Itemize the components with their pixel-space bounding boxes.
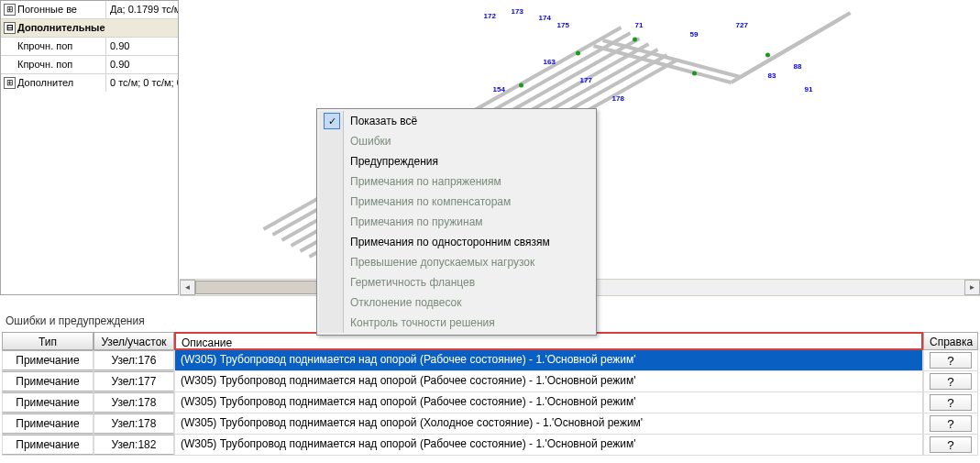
context-menu-item: Ошибки: [319, 131, 594, 151]
svg-text:178: 178: [612, 94, 625, 103]
check-icon: ✓: [324, 113, 340, 129]
prop-value[interactable]: 0 тс/м; 0 тс/м; 0: [106, 74, 178, 92]
prop-row[interactable]: ⊞ Погонные ве Да; 0.1799 тс/м;: [1, 1, 178, 19]
cell-desc: (W305) Трубопровод поднимается над опоро…: [174, 435, 923, 455]
svg-text:71: 71: [635, 21, 644, 29]
table-row[interactable]: ПримечаниеУзел:178(W305) Трубопровод под…: [2, 413, 978, 435]
svg-text:174: 174: [539, 14, 552, 22]
cell-desc: (W305) Трубопровод поднимается над опоро…: [174, 392, 923, 413]
context-menu-item[interactable]: Предупреждения: [319, 151, 594, 171]
cell-desc: (W305) Трубопровод поднимается над опоро…: [174, 371, 923, 391]
cell-type: Примечание: [2, 435, 94, 455]
help-button[interactable]: ?: [930, 394, 972, 411]
cell-node: Узел:178: [94, 413, 174, 434]
prop-row[interactable]: Кпрочн. поп 0.90: [1, 56, 178, 74]
cell-help: ?: [923, 435, 978, 455]
svg-point-15: [576, 51, 580, 56]
prop-label: ⊞ Дополнител: [1, 74, 106, 92]
context-menu-item[interactable]: Примечания по односторонним связям: [319, 232, 594, 252]
context-menu-item: Контроль точности решения: [319, 313, 594, 333]
expand-icon[interactable]: ⊞: [4, 77, 16, 89]
prop-label: Кпрочн. поп: [1, 56, 106, 73]
context-menu-label: Отклонение подвесок: [350, 296, 462, 309]
svg-text:83: 83: [768, 72, 776, 80]
table-row[interactable]: ПримечаниеУзел:178(W305) Трубопровод под…: [2, 392, 978, 413]
cell-type: Примечание: [2, 371, 94, 391]
context-menu-item: Герметичность фланцев: [319, 272, 594, 292]
context-menu-item: Превышение допускаемых нагрузок: [319, 252, 594, 272]
expand-icon[interactable]: ⊞: [4, 4, 16, 16]
svg-text:91: 91: [805, 85, 813, 94]
help-button[interactable]: ?: [930, 436, 972, 453]
prop-value[interactable]: 0.90: [106, 38, 178, 55]
errors-table[interactable]: Тип Узел/участок Описание Справка Примеч…: [2, 332, 978, 461]
cell-help: ?: [923, 371, 978, 391]
cell-help: ?: [923, 392, 978, 413]
context-menu-label: Ошибки: [350, 135, 391, 148]
prop-label: Кпрочн. поп: [1, 38, 106, 55]
prop-row[interactable]: Кпрочн. поп 0.90: [1, 38, 178, 56]
col-help-header[interactable]: Справка: [923, 332, 978, 350]
svg-text:172: 172: [484, 12, 497, 20]
prop-group-row[interactable]: ⊟ Дополнительные: [1, 19, 178, 38]
context-menu-item: Отклонение подвесок: [319, 292, 594, 313]
prop-value[interactable]: 0.90: [106, 56, 178, 73]
context-menu-label: Превышение допускаемых нагрузок: [350, 256, 534, 269]
cell-node: Узел:176: [94, 350, 174, 370]
table-row[interactable]: ПримечаниеУзел:182(W305) Трубопровод под…: [2, 435, 978, 456]
table-row[interactable]: ПримечаниеУзел:177(W305) Трубопровод под…: [2, 371, 978, 392]
col-node-header[interactable]: Узел/участок: [94, 332, 174, 350]
svg-point-18: [765, 53, 770, 58]
context-menu-label: Примечания по компенсаторам: [350, 195, 511, 208]
svg-text:88: 88: [794, 62, 802, 71]
svg-point-16: [633, 38, 637, 42]
svg-text:727: 727: [736, 21, 749, 29]
context-menu-item: Примечания по напряжениям: [319, 171, 594, 192]
scroll-right-icon[interactable]: ►: [964, 280, 980, 295]
cell-type: Примечание: [2, 350, 94, 370]
cell-node: Узел:182: [94, 435, 174, 455]
svg-text:154: 154: [493, 85, 506, 94]
context-menu-label: Герметичность фланцев: [350, 276, 475, 289]
prop-label: ⊞ Погонные ве: [1, 1, 106, 18]
collapse-icon[interactable]: ⊟: [4, 22, 16, 34]
cell-type: Примечание: [2, 413, 94, 434]
context-menu-label: Примечания по пружинам: [350, 215, 483, 228]
cell-desc: (W305) Трубопровод поднимается над опоро…: [174, 413, 923, 434]
col-type-header[interactable]: Тип: [2, 332, 94, 350]
svg-text:175: 175: [557, 21, 570, 29]
help-button[interactable]: ?: [930, 415, 972, 432]
help-button[interactable]: ?: [930, 373, 972, 390]
table-row[interactable]: ПримечаниеУзел:176(W305) Трубопровод под…: [2, 350, 978, 371]
cell-node: Узел:177: [94, 371, 174, 391]
svg-point-14: [519, 83, 523, 88]
context-menu-label: Примечания по напряжениям: [350, 175, 501, 188]
cell-desc: (W305) Трубопровод поднимается над опоро…: [174, 350, 923, 370]
svg-point-17: [692, 72, 697, 76]
prop-value[interactable]: Да; 0.1799 тс/м;: [106, 1, 178, 18]
cell-node: Узел:178: [94, 392, 174, 413]
context-menu-item: Примечания по компенсаторам: [319, 192, 594, 212]
help-button[interactable]: ?: [930, 352, 972, 369]
context-menu-label: Контроль точности решения: [350, 316, 495, 329]
scroll-left-icon[interactable]: ◄: [180, 280, 195, 295]
context-menu-label: Примечания по односторонним связям: [350, 236, 550, 248]
context-menu[interactable]: ✓Показать всёОшибкиПредупрежденияПримеча…: [316, 108, 597, 336]
context-menu-item[interactable]: ✓Показать всё: [319, 111, 594, 131]
prop-row[interactable]: ⊞ Дополнител 0 тс/м; 0 тс/м; 0: [1, 74, 178, 92]
svg-text:59: 59: [690, 30, 699, 39]
context-menu-label: Показать всё: [350, 115, 417, 127]
cell-help: ?: [923, 413, 978, 434]
cell-type: Примечание: [2, 392, 94, 413]
context-menu-label: Предупреждения: [350, 155, 438, 168]
property-grid[interactable]: ⊞ Погонные ве Да; 0.1799 тс/м; ⊟ Дополни…: [0, 0, 179, 295]
svg-text:173: 173: [512, 7, 524, 16]
context-menu-item: Примечания по пружинам: [319, 212, 594, 232]
prop-group-label: ⊟ Дополнительные: [1, 19, 178, 37]
cell-help: ?: [923, 350, 978, 370]
svg-text:163: 163: [544, 58, 556, 66]
svg-text:177: 177: [580, 76, 593, 84]
